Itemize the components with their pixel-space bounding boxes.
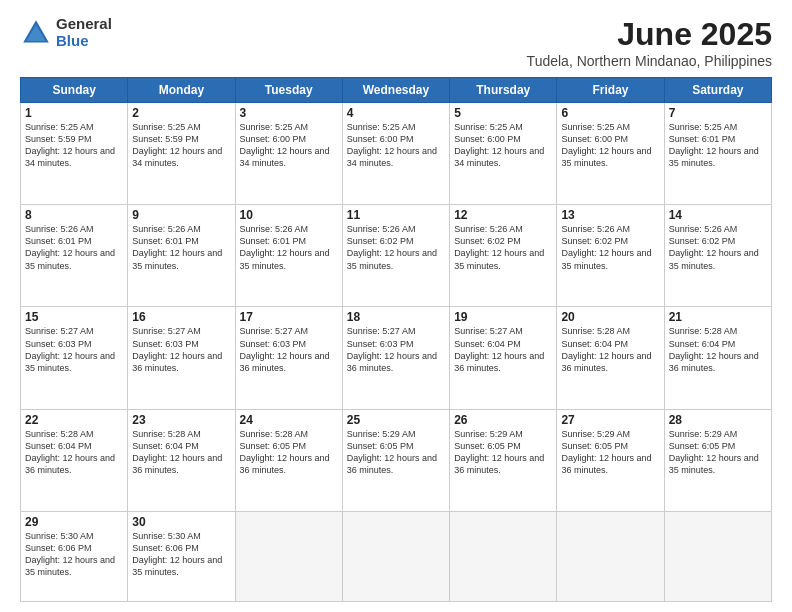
day-details: Sunrise: 5:25 AMSunset: 5:59 PMDaylight:…	[25, 121, 123, 170]
calendar-day-cell: 13Sunrise: 5:26 AMSunset: 6:02 PMDayligh…	[557, 205, 664, 307]
calendar-day-cell: 25Sunrise: 5:29 AMSunset: 6:05 PMDayligh…	[342, 409, 449, 511]
logo-text: General Blue	[56, 16, 112, 49]
day-number: 4	[347, 106, 445, 120]
day-details: Sunrise: 5:25 AMSunset: 6:00 PMDaylight:…	[240, 121, 338, 170]
logo-icon	[20, 17, 52, 49]
day-number: 26	[454, 413, 552, 427]
day-number: 20	[561, 310, 659, 324]
calendar-day-cell: 18Sunrise: 5:27 AMSunset: 6:03 PMDayligh…	[342, 307, 449, 409]
location: Tudela, Northern Mindanao, Philippines	[527, 53, 772, 69]
calendar-day-cell: 30Sunrise: 5:30 AMSunset: 6:06 PMDayligh…	[128, 511, 235, 601]
day-details: Sunrise: 5:25 AMSunset: 6:00 PMDaylight:…	[561, 121, 659, 170]
calendar-day-cell	[450, 511, 557, 601]
calendar-day-cell: 2Sunrise: 5:25 AMSunset: 5:59 PMDaylight…	[128, 103, 235, 205]
day-number: 2	[132, 106, 230, 120]
calendar-week-row: 1Sunrise: 5:25 AMSunset: 5:59 PMDaylight…	[21, 103, 772, 205]
day-number: 24	[240, 413, 338, 427]
calendar-day-cell: 6Sunrise: 5:25 AMSunset: 6:00 PMDaylight…	[557, 103, 664, 205]
calendar-day-cell: 26Sunrise: 5:29 AMSunset: 6:05 PMDayligh…	[450, 409, 557, 511]
calendar-header-row: SundayMondayTuesdayWednesdayThursdayFrid…	[21, 78, 772, 103]
title-block: June 2025 Tudela, Northern Mindanao, Phi…	[527, 16, 772, 69]
day-number: 16	[132, 310, 230, 324]
calendar-day-cell: 16Sunrise: 5:27 AMSunset: 6:03 PMDayligh…	[128, 307, 235, 409]
calendar-day-cell	[557, 511, 664, 601]
day-number: 22	[25, 413, 123, 427]
calendar-weekday-header: Thursday	[450, 78, 557, 103]
day-details: Sunrise: 5:30 AMSunset: 6:06 PMDaylight:…	[25, 530, 123, 579]
calendar-table: SundayMondayTuesdayWednesdayThursdayFrid…	[20, 77, 772, 602]
calendar-day-cell: 7Sunrise: 5:25 AMSunset: 6:01 PMDaylight…	[664, 103, 771, 205]
calendar-day-cell: 12Sunrise: 5:26 AMSunset: 6:02 PMDayligh…	[450, 205, 557, 307]
calendar-day-cell: 5Sunrise: 5:25 AMSunset: 6:00 PMDaylight…	[450, 103, 557, 205]
day-details: Sunrise: 5:29 AMSunset: 6:05 PMDaylight:…	[669, 428, 767, 477]
day-number: 3	[240, 106, 338, 120]
calendar-weekday-header: Sunday	[21, 78, 128, 103]
calendar-day-cell: 23Sunrise: 5:28 AMSunset: 6:04 PMDayligh…	[128, 409, 235, 511]
calendar-day-cell: 24Sunrise: 5:28 AMSunset: 6:05 PMDayligh…	[235, 409, 342, 511]
calendar-day-cell: 11Sunrise: 5:26 AMSunset: 6:02 PMDayligh…	[342, 205, 449, 307]
calendar-day-cell: 15Sunrise: 5:27 AMSunset: 6:03 PMDayligh…	[21, 307, 128, 409]
page: General Blue June 2025 Tudela, Northern …	[0, 0, 792, 612]
calendar-day-cell: 28Sunrise: 5:29 AMSunset: 6:05 PMDayligh…	[664, 409, 771, 511]
day-details: Sunrise: 5:29 AMSunset: 6:05 PMDaylight:…	[454, 428, 552, 477]
day-number: 28	[669, 413, 767, 427]
day-details: Sunrise: 5:27 AMSunset: 6:03 PMDaylight:…	[25, 325, 123, 374]
day-number: 27	[561, 413, 659, 427]
day-details: Sunrise: 5:28 AMSunset: 6:05 PMDaylight:…	[240, 428, 338, 477]
day-number: 5	[454, 106, 552, 120]
day-details: Sunrise: 5:29 AMSunset: 6:05 PMDaylight:…	[561, 428, 659, 477]
day-details: Sunrise: 5:26 AMSunset: 6:01 PMDaylight:…	[132, 223, 230, 272]
calendar-day-cell: 29Sunrise: 5:30 AMSunset: 6:06 PMDayligh…	[21, 511, 128, 601]
logo-blue-text: Blue	[56, 33, 112, 50]
day-details: Sunrise: 5:27 AMSunset: 6:03 PMDaylight:…	[240, 325, 338, 374]
day-details: Sunrise: 5:26 AMSunset: 6:02 PMDaylight:…	[561, 223, 659, 272]
calendar-day-cell	[342, 511, 449, 601]
day-number: 10	[240, 208, 338, 222]
day-number: 8	[25, 208, 123, 222]
header: General Blue June 2025 Tudela, Northern …	[20, 16, 772, 69]
day-number: 7	[669, 106, 767, 120]
calendar-day-cell: 27Sunrise: 5:29 AMSunset: 6:05 PMDayligh…	[557, 409, 664, 511]
month-year: June 2025	[527, 16, 772, 53]
day-details: Sunrise: 5:28 AMSunset: 6:04 PMDaylight:…	[669, 325, 767, 374]
calendar-day-cell: 1Sunrise: 5:25 AMSunset: 5:59 PMDaylight…	[21, 103, 128, 205]
calendar-week-row: 15Sunrise: 5:27 AMSunset: 6:03 PMDayligh…	[21, 307, 772, 409]
day-number: 21	[669, 310, 767, 324]
calendar-day-cell: 20Sunrise: 5:28 AMSunset: 6:04 PMDayligh…	[557, 307, 664, 409]
day-number: 1	[25, 106, 123, 120]
day-details: Sunrise: 5:26 AMSunset: 6:01 PMDaylight:…	[240, 223, 338, 272]
logo-general-text: General	[56, 16, 112, 33]
day-details: Sunrise: 5:30 AMSunset: 6:06 PMDaylight:…	[132, 530, 230, 579]
calendar-day-cell: 22Sunrise: 5:28 AMSunset: 6:04 PMDayligh…	[21, 409, 128, 511]
day-details: Sunrise: 5:27 AMSunset: 6:03 PMDaylight:…	[132, 325, 230, 374]
calendar-day-cell	[235, 511, 342, 601]
calendar-day-cell: 14Sunrise: 5:26 AMSunset: 6:02 PMDayligh…	[664, 205, 771, 307]
day-details: Sunrise: 5:25 AMSunset: 6:00 PMDaylight:…	[454, 121, 552, 170]
day-details: Sunrise: 5:27 AMSunset: 6:04 PMDaylight:…	[454, 325, 552, 374]
calendar-weekday-header: Wednesday	[342, 78, 449, 103]
day-number: 19	[454, 310, 552, 324]
calendar-weekday-header: Tuesday	[235, 78, 342, 103]
day-number: 23	[132, 413, 230, 427]
day-number: 18	[347, 310, 445, 324]
calendar-weekday-header: Monday	[128, 78, 235, 103]
calendar-weekday-header: Saturday	[664, 78, 771, 103]
calendar-day-cell: 10Sunrise: 5:26 AMSunset: 6:01 PMDayligh…	[235, 205, 342, 307]
day-details: Sunrise: 5:28 AMSunset: 6:04 PMDaylight:…	[25, 428, 123, 477]
day-number: 15	[25, 310, 123, 324]
day-number: 17	[240, 310, 338, 324]
calendar-week-row: 29Sunrise: 5:30 AMSunset: 6:06 PMDayligh…	[21, 511, 772, 601]
day-details: Sunrise: 5:26 AMSunset: 6:02 PMDaylight:…	[669, 223, 767, 272]
day-details: Sunrise: 5:25 AMSunset: 6:01 PMDaylight:…	[669, 121, 767, 170]
day-details: Sunrise: 5:25 AMSunset: 6:00 PMDaylight:…	[347, 121, 445, 170]
calendar-day-cell: 19Sunrise: 5:27 AMSunset: 6:04 PMDayligh…	[450, 307, 557, 409]
day-number: 11	[347, 208, 445, 222]
calendar-day-cell: 8Sunrise: 5:26 AMSunset: 6:01 PMDaylight…	[21, 205, 128, 307]
calendar-week-row: 22Sunrise: 5:28 AMSunset: 6:04 PMDayligh…	[21, 409, 772, 511]
day-number: 30	[132, 515, 230, 529]
calendar-day-cell	[664, 511, 771, 601]
day-number: 12	[454, 208, 552, 222]
calendar-day-cell: 4Sunrise: 5:25 AMSunset: 6:00 PMDaylight…	[342, 103, 449, 205]
day-details: Sunrise: 5:25 AMSunset: 5:59 PMDaylight:…	[132, 121, 230, 170]
day-number: 14	[669, 208, 767, 222]
